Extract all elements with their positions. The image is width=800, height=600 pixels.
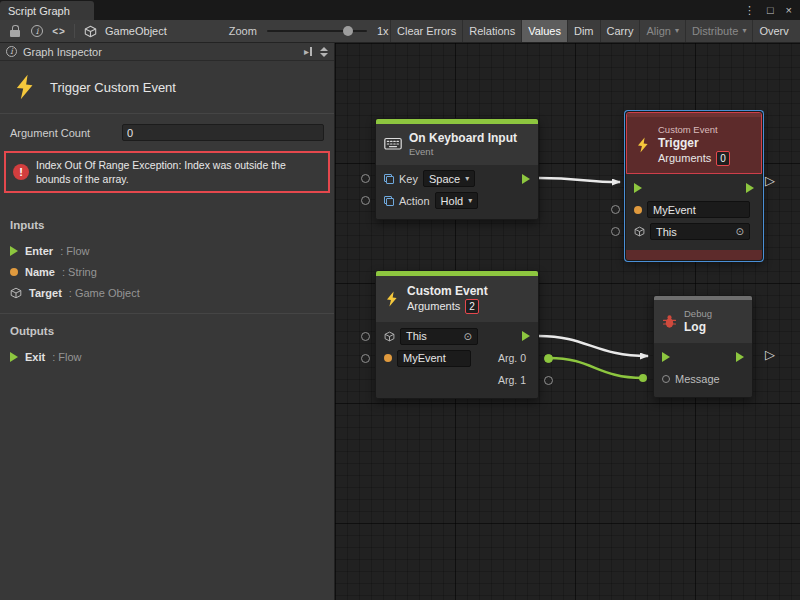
node-custom-event[interactable]: Custom Event Arguments 2 This ⊙ bbox=[375, 270, 539, 399]
target-object-field[interactable]: This ⊙ bbox=[400, 328, 478, 345]
node-subtitle: Event bbox=[409, 146, 517, 158]
divider bbox=[0, 313, 334, 314]
error-message-text: Index Out Of Range Exception: Index was … bbox=[36, 158, 321, 186]
zoom-slider-handle[interactable] bbox=[343, 26, 353, 36]
message-input-port[interactable] bbox=[662, 375, 670, 383]
window-menu-icon[interactable]: ⋮ bbox=[744, 4, 755, 17]
graph-inspector-title: Graph Inspector bbox=[23, 46, 102, 58]
lock-icon[interactable] bbox=[4, 20, 26, 42]
distribute-button[interactable]: Distribute ▾ bbox=[685, 20, 752, 42]
unity-cube-icon bbox=[79, 20, 101, 42]
divider bbox=[0, 113, 334, 114]
flow-output-port[interactable] bbox=[522, 174, 530, 184]
cube-icon bbox=[10, 287, 22, 299]
node-debug-log[interactable]: Debug Log Message bbox=[653, 295, 753, 398]
align-button[interactable]: Align ▾ bbox=[639, 20, 684, 42]
window-close-icon[interactable]: × bbox=[786, 4, 792, 16]
clear-errors-button[interactable]: Clear Errors bbox=[390, 20, 462, 42]
toolbar-separator bbox=[74, 24, 75, 38]
info-icon: i bbox=[6, 46, 17, 57]
flow-input-port[interactable] bbox=[662, 352, 670, 362]
gameobject-reference[interactable]: GameObject bbox=[105, 25, 167, 37]
port-name: Name bbox=[25, 266, 55, 278]
arguments-count-badge[interactable]: 0 bbox=[716, 151, 730, 166]
dock-icon[interactable]: ▸ bbox=[304, 46, 312, 57]
inputs-heading: Inputs bbox=[10, 219, 324, 231]
target-input-port[interactable] bbox=[361, 332, 370, 341]
wire-customevent-to-debug bbox=[539, 336, 648, 356]
string-dot-icon bbox=[384, 354, 392, 362]
node-title: Custom Event bbox=[407, 284, 488, 299]
event-name-input-port[interactable] bbox=[611, 205, 620, 214]
arguments-count-badge[interactable]: 2 bbox=[465, 299, 479, 314]
flow-continuation-icon: ▷ bbox=[765, 174, 775, 187]
arg0-label: Arg. 0 bbox=[498, 352, 526, 364]
node-category: Debug bbox=[684, 308, 712, 320]
custom-event-bolt-icon bbox=[384, 291, 400, 307]
wire-keyboard-to-trigger bbox=[539, 178, 620, 182]
string-dot-icon bbox=[10, 268, 18, 276]
chevron-down-icon: ▾ bbox=[465, 175, 469, 183]
flow-continuation-icon: ▷ bbox=[765, 348, 775, 361]
graph-inspector-header: i Graph Inspector ▸ bbox=[0, 43, 334, 61]
chevron-down-icon: ▾ bbox=[468, 197, 472, 205]
chevron-down-icon: ▾ bbox=[675, 27, 679, 35]
values-button[interactable]: Values bbox=[521, 20, 567, 42]
carry-button[interactable]: Carry bbox=[600, 20, 640, 42]
error-message-box: ! Index Out Of Range Exception: Index wa… bbox=[4, 151, 330, 193]
flow-input-port[interactable] bbox=[634, 183, 642, 193]
key-dropdown[interactable]: Space ▾ bbox=[423, 170, 475, 187]
error-icon: ! bbox=[13, 164, 29, 180]
overview-button[interactable]: Overv bbox=[752, 20, 794, 42]
graph-toolbar: i <> GameObject Zoom 1x Clear Errors Rel… bbox=[0, 20, 800, 43]
arg0-output-port[interactable] bbox=[544, 354, 553, 363]
info-icon[interactable]: i bbox=[26, 20, 48, 42]
custom-event-bolt-icon bbox=[12, 74, 38, 100]
output-port-row-exit: Exit : Flow bbox=[10, 346, 324, 367]
zoom-label: Zoom bbox=[229, 25, 257, 37]
graph-canvas[interactable]: On Keyboard Input Event Key Space ▾ bbox=[335, 43, 800, 600]
object-picker-icon[interactable]: ⊙ bbox=[736, 226, 744, 237]
object-picker-icon[interactable]: ⊙ bbox=[464, 331, 472, 342]
node-footer bbox=[626, 250, 762, 260]
action-value: Hold bbox=[441, 195, 464, 207]
wire-arg0-to-message bbox=[549, 358, 643, 378]
selected-unit-title: Trigger Custom Event bbox=[50, 80, 176, 95]
target-object-field[interactable]: This ⊙ bbox=[650, 223, 750, 240]
tab-script-graph[interactable]: Script Graph bbox=[0, 1, 94, 20]
zoom-slider[interactable] bbox=[267, 24, 367, 38]
dim-button[interactable]: Dim bbox=[567, 20, 600, 42]
flow-arrow-icon bbox=[10, 352, 18, 362]
flow-output-port[interactable] bbox=[736, 352, 744, 362]
argument-count-input[interactable] bbox=[122, 124, 324, 141]
flow-output-port[interactable] bbox=[746, 183, 754, 193]
flow-arrow-icon bbox=[10, 246, 18, 256]
event-name-field[interactable]: MyEvent bbox=[397, 350, 471, 367]
node-title: Log bbox=[684, 320, 712, 335]
window-maximize-icon[interactable]: □ bbox=[767, 4, 774, 16]
event-name-field[interactable]: MyEvent bbox=[647, 201, 750, 218]
argument-count-label: Argument Count bbox=[10, 127, 122, 139]
arg1-output-port[interactable] bbox=[544, 376, 553, 385]
arguments-label: Arguments bbox=[407, 299, 460, 314]
code-icon[interactable]: <> bbox=[48, 20, 70, 42]
key-label: Key bbox=[399, 173, 418, 185]
action-dropdown[interactable]: Hold ▾ bbox=[435, 192, 479, 209]
node-trigger-custom-event[interactable]: Custom Event Trigger Arguments 0 bbox=[625, 111, 763, 261]
node-on-keyboard-input[interactable]: On Keyboard Input Event Key Space ▾ bbox=[375, 118, 539, 220]
node-category: Custom Event bbox=[658, 124, 730, 136]
port-name: Enter bbox=[25, 245, 53, 257]
flow-output-port[interactable] bbox=[522, 331, 530, 341]
event-name-input-port[interactable] bbox=[361, 354, 370, 363]
error-highlight-border: Custom Event Trigger Arguments 0 bbox=[626, 112, 762, 174]
action-label: Action bbox=[399, 195, 430, 207]
target-value: This bbox=[656, 226, 677, 238]
target-input-port[interactable] bbox=[611, 227, 620, 236]
relations-button[interactable]: Relations bbox=[462, 20, 521, 42]
scroll-arrows-icon[interactable] bbox=[320, 47, 328, 57]
distribute-label: Distribute bbox=[692, 25, 738, 37]
key-input-port[interactable] bbox=[361, 174, 370, 183]
action-input-port[interactable] bbox=[361, 196, 370, 205]
node-title: On Keyboard Input bbox=[409, 131, 517, 146]
zoom-value: 1x bbox=[377, 25, 389, 37]
